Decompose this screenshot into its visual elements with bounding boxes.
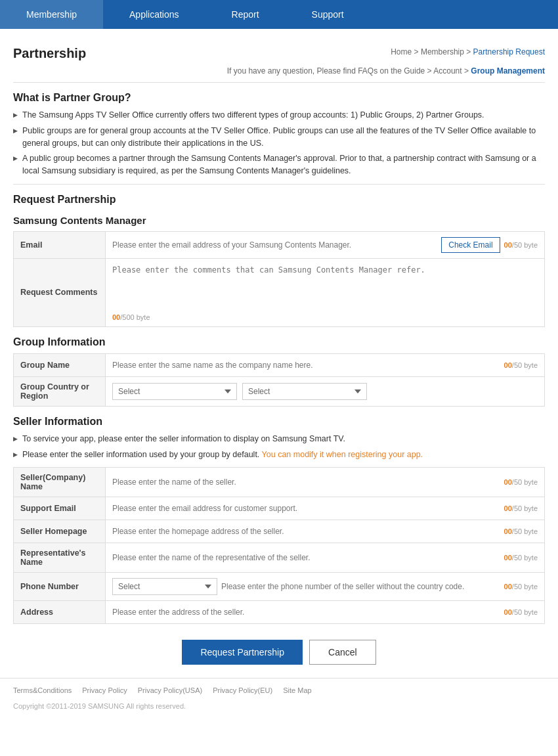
page-header: Partnership Home > Membership > Partners… bbox=[13, 42, 545, 61]
what-is-heading: What is Partner Group? bbox=[13, 92, 545, 104]
address-row: Address 00/50 byte bbox=[14, 601, 545, 624]
request-partnership-heading: Request Partnership bbox=[13, 194, 545, 206]
what-is-item-2: Public groups are for general group acco… bbox=[13, 125, 545, 150]
seller-note-1: To service your app, please enter the se… bbox=[13, 433, 545, 445]
nav-report[interactable]: Report bbox=[205, 0, 286, 29]
footer-terms[interactable]: Terms&Conditions bbox=[13, 686, 72, 694]
group-name-input[interactable] bbox=[112, 359, 500, 371]
company-name-input-cell: 00/50 byte bbox=[106, 468, 545, 497]
company-name-row: Seller(Company) Name 00/50 byte bbox=[14, 468, 545, 497]
group-name-byte-count: 00/50 byte bbox=[504, 361, 538, 369]
footer-sitemap[interactable]: Site Map bbox=[283, 686, 311, 694]
rep-name-input-cell: 00/50 byte bbox=[106, 543, 545, 573]
cancel-button[interactable]: Cancel bbox=[309, 640, 376, 665]
phone-row: Phone Number Select 00/50 byte bbox=[14, 573, 545, 601]
seller-info-table: Seller(Company) Name 00/50 byte Support … bbox=[13, 467, 545, 624]
what-is-item-1: The Samsung Apps TV Seller Office curren… bbox=[13, 109, 545, 122]
breadcrumb-link[interactable]: Partnership Request bbox=[473, 47, 545, 56]
group-country-input-cell: Select Select bbox=[106, 376, 545, 406]
address-byte-count: 00/50 byte bbox=[504, 608, 538, 616]
homepage-row: Seller Homepage 00/50 byte bbox=[14, 520, 545, 543]
action-buttons: Request Partnership Cancel bbox=[13, 640, 545, 665]
company-name-byte-count: 00/50 byte bbox=[504, 478, 538, 486]
group-name-label: Group Name bbox=[14, 353, 106, 376]
footer-privacy-eu[interactable]: Privacy Policy(EU) bbox=[213, 686, 272, 694]
seller-info-heading: Seller Information bbox=[13, 416, 545, 428]
email-input-cell: Check Email 00/50 byte bbox=[106, 231, 545, 258]
address-label: Address bbox=[14, 601, 106, 624]
group-management-link[interactable]: Group Management bbox=[471, 66, 545, 76]
faq-bar: If you have any question, Please find FA… bbox=[13, 66, 545, 76]
rep-name-row: Representative's Name 00/50 byte bbox=[14, 543, 545, 573]
seller-info-notes: To service your app, please enter the se… bbox=[13, 433, 545, 461]
phone-input-cell: Select 00/50 byte bbox=[106, 573, 545, 601]
comments-textarea[interactable] bbox=[112, 264, 538, 310]
address-input-cell: 00/50 byte bbox=[106, 601, 545, 624]
group-region-select[interactable]: Select bbox=[242, 383, 367, 400]
company-name-label: Seller(Company) Name bbox=[14, 468, 106, 497]
comments-row: Request Comments 00/500 byte bbox=[14, 258, 545, 326]
group-country-select[interactable]: Select bbox=[112, 383, 237, 400]
nav-membership[interactable]: Membership bbox=[0, 0, 103, 29]
group-info-table: Group Name 00/50 byte Group Country or R… bbox=[13, 353, 545, 407]
support-email-input-cell: 00/50 byte bbox=[106, 497, 545, 520]
address-input[interactable] bbox=[112, 606, 500, 618]
phone-input[interactable] bbox=[221, 581, 500, 592]
footer-privacy-usa[interactable]: Privacy Policy(USA) bbox=[138, 686, 202, 694]
breadcrumb: Home > Membership > Partnership Request bbox=[391, 47, 545, 56]
email-input[interactable] bbox=[112, 239, 437, 251]
comments-input-cell: 00/500 byte bbox=[106, 258, 545, 326]
page-title: Partnership bbox=[13, 46, 86, 61]
group-country-label: Group Country or Region bbox=[14, 376, 106, 406]
seller-note-2-plain: Please enter the seller information used… bbox=[22, 450, 259, 459]
footer: Terms&Conditions Privacy Policy Privacy … bbox=[0, 678, 558, 702]
email-label: Email bbox=[14, 231, 106, 258]
group-name-row: Group Name 00/50 byte bbox=[14, 353, 545, 376]
request-partnership-button[interactable]: Request Partnership bbox=[182, 640, 303, 665]
footer-privacy[interactable]: Privacy Policy bbox=[82, 686, 127, 694]
rep-name-input[interactable] bbox=[112, 552, 500, 564]
homepage-byte-count: 00/50 byte bbox=[504, 527, 538, 535]
samsung-contents-manager-heading: Samsung Contents Manager bbox=[13, 215, 545, 226]
seller-note-2: Please enter the seller information used… bbox=[13, 449, 545, 461]
phone-country-select[interactable]: Select bbox=[112, 578, 217, 595]
rep-name-byte-count: 00/50 byte bbox=[504, 554, 538, 562]
email-byte-count: 00/50 byte bbox=[504, 241, 538, 249]
support-email-label: Support Email bbox=[14, 497, 106, 520]
company-name-input[interactable] bbox=[112, 476, 500, 488]
contents-manager-table: Email Check Email 00/50 byte Request Com… bbox=[13, 231, 545, 327]
what-is-section: What is Partner Group? The Samsung Apps … bbox=[13, 92, 545, 177]
support-email-input[interactable] bbox=[112, 502, 500, 514]
group-country-row: Group Country or Region Select Select bbox=[14, 376, 545, 406]
homepage-input[interactable] bbox=[112, 525, 500, 537]
phone-byte-count: 00/50 byte bbox=[504, 583, 538, 590]
what-is-item-3: A public group becomes a partner through… bbox=[13, 152, 545, 177]
nav-support[interactable]: Support bbox=[286, 0, 370, 29]
comments-byte-count: 00/500 byte bbox=[112, 313, 538, 321]
email-row: Email Check Email 00/50 byte bbox=[14, 231, 545, 258]
phone-label: Phone Number bbox=[14, 573, 106, 601]
what-is-list: The Samsung Apps TV Seller Office curren… bbox=[13, 109, 545, 177]
group-name-input-cell: 00/50 byte bbox=[106, 353, 545, 376]
footer-copyright: Copyright ©2011-2019 SAMSUNG All rights … bbox=[0, 702, 558, 717]
support-email-row: Support Email 00/50 byte bbox=[14, 497, 545, 520]
rep-name-label: Representative's Name bbox=[14, 543, 106, 573]
nav-applications[interactable]: Applications bbox=[103, 0, 205, 29]
support-email-byte-count: 00/50 byte bbox=[504, 504, 538, 512]
check-email-button[interactable]: Check Email bbox=[441, 237, 500, 253]
homepage-input-cell: 00/50 byte bbox=[106, 520, 545, 543]
homepage-label: Seller Homepage bbox=[14, 520, 106, 543]
comments-label: Request Comments bbox=[14, 258, 106, 326]
group-info-heading: Group Information bbox=[13, 336, 545, 348]
seller-note-2-orange: You can modify it when registering your … bbox=[262, 450, 423, 459]
main-nav: Membership Applications Report Support bbox=[0, 0, 558, 29]
